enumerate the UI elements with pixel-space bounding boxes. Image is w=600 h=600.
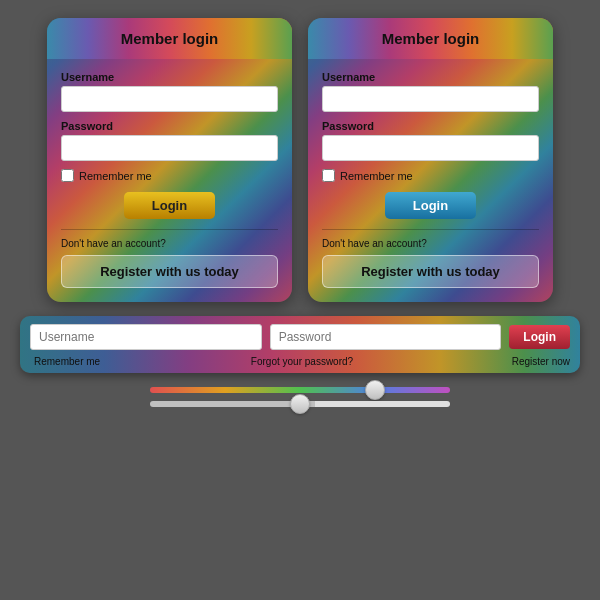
divider-2 — [322, 229, 539, 230]
login-button-2[interactable]: Login — [385, 192, 476, 219]
card-header-1: Member login — [47, 18, 292, 59]
username-input-2[interactable] — [322, 86, 539, 112]
register-button-1[interactable]: Register with us today — [61, 255, 278, 288]
bar-content: Login — [20, 316, 580, 354]
login-btn-wrap-2: Login — [322, 192, 539, 219]
card-title-2: Member login — [318, 30, 543, 47]
sliders-section — [110, 387, 490, 407]
bar-username-input[interactable] — [30, 324, 262, 350]
password-label-1: Password — [61, 120, 278, 132]
bar-forgot-label[interactable]: Forgot your password? — [213, 356, 392, 367]
no-account-text-1: Don't have an account? — [61, 238, 278, 249]
divider-1 — [61, 229, 278, 230]
bar-password-input[interactable] — [270, 324, 502, 350]
card-body-2: Username Password Remember me Login Don'… — [308, 59, 553, 302]
remember-checkbox-2[interactable] — [322, 169, 335, 182]
login-btn-wrap-1: Login — [61, 192, 278, 219]
remember-label-1: Remember me — [79, 170, 152, 182]
remember-row-2: Remember me — [322, 169, 539, 182]
username-label-1: Username — [61, 71, 278, 83]
remember-label-2: Remember me — [340, 170, 413, 182]
login-card-1: Member login Username Password Remember … — [47, 18, 292, 302]
bar-bottom-row: Remember me Forgot your password? Regist… — [20, 354, 580, 373]
cards-section: Member login Username Password Remember … — [27, 18, 573, 302]
card-content-1: Member login Username Password Remember … — [47, 18, 292, 302]
username-input-1[interactable] — [61, 86, 278, 112]
bottom-bar: Login Remember me Forgot your password? … — [20, 316, 580, 373]
card-body-1: Username Password Remember me Login Don'… — [47, 59, 292, 302]
slider-2 — [150, 401, 450, 407]
card-content-2: Member login Username Password Remember … — [308, 18, 553, 302]
login-button-1[interactable]: Login — [124, 192, 215, 219]
no-account-text-2: Don't have an account? — [322, 238, 539, 249]
bar-login-button[interactable]: Login — [509, 325, 570, 349]
password-label-2: Password — [322, 120, 539, 132]
bar-register-label[interactable]: Register now — [391, 356, 570, 367]
slider-1 — [150, 387, 450, 393]
remember-checkbox-1[interactable] — [61, 169, 74, 182]
register-button-2[interactable]: Register with us today — [322, 255, 539, 288]
password-input-2[interactable] — [322, 135, 539, 161]
card-title-1: Member login — [57, 30, 282, 47]
slider-thumb-2[interactable] — [290, 394, 310, 414]
remember-row-1: Remember me — [61, 169, 278, 182]
slider-thumb-1[interactable] — [365, 380, 385, 400]
card-header-2: Member login — [308, 18, 553, 59]
bar-remember-label: Remember me — [30, 356, 213, 367]
username-label-2: Username — [322, 71, 539, 83]
password-input-1[interactable] — [61, 135, 278, 161]
login-card-2: Member login Username Password Remember … — [308, 18, 553, 302]
